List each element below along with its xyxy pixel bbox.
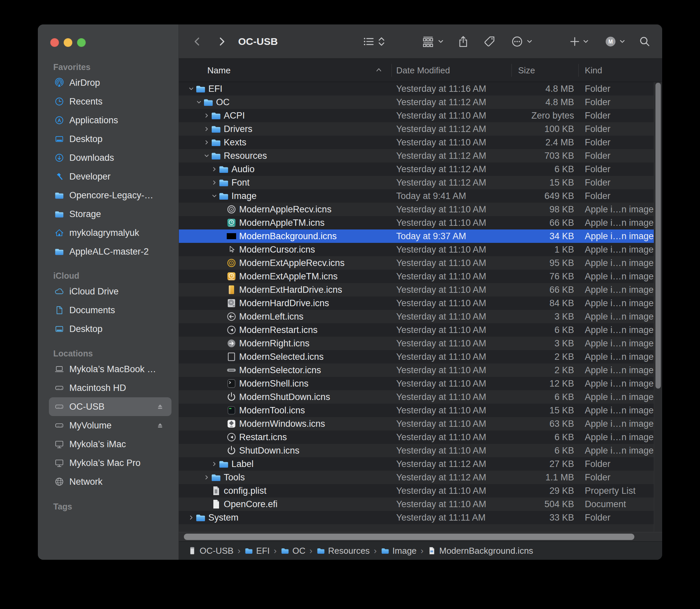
file-row[interactable]: LabelYesterday at 11:12 AM27 KBFolder <box>179 457 654 471</box>
sidebar-item-mykola-s-mac-pro[interactable]: Mykola’s Mac Pro <box>49 454 172 472</box>
sidebar-item-downloads[interactable]: Downloads <box>49 149 172 167</box>
file-row[interactable]: EFIYesterday at 11:16 AM4.8 MBFolder <box>179 82 654 95</box>
disclosure-closed-icon[interactable] <box>203 471 211 484</box>
column-divider[interactable] <box>578 64 579 77</box>
group-by-icon[interactable] <box>421 35 435 48</box>
file-row[interactable]: config.plistYesterday at 11:10 AM29 KBPr… <box>179 484 654 498</box>
back-button[interactable] <box>191 35 203 48</box>
path-item[interactable]: ModernBackground.icns <box>427 546 533 556</box>
disclosure-open-icon[interactable] <box>203 149 211 162</box>
more-actions-icon[interactable] <box>511 35 524 48</box>
disclosure-open-icon[interactable] <box>195 95 203 109</box>
file-row[interactable]: ModernRight.icnsYesterday at 11:10 AM3 K… <box>179 337 654 350</box>
file-row[interactable]: AudioYesterday at 11:12 AM6 KBFolder <box>179 162 654 176</box>
sidebar-item-oc-usb[interactable]: OC-USB <box>49 397 172 416</box>
file-row[interactable]: OpenCore.efiYesterday at 11:10 AM504 KBD… <box>179 498 654 511</box>
disclosure-closed-icon[interactable] <box>203 136 211 149</box>
file-row[interactable]: ModernHardDrive.icnsYesterday at 11:10 A… <box>179 296 654 310</box>
file-row[interactable]: ModernWindows.icnsYesterday at 11:10 AM6… <box>179 417 654 431</box>
eject-icon[interactable] <box>155 402 165 412</box>
list-view-icon[interactable] <box>362 35 375 48</box>
file-row[interactable]: ModernShutDown.icnsYesterday at 11:10 AM… <box>179 390 654 404</box>
disclosure-closed-icon[interactable] <box>187 511 195 524</box>
sidebar-item-desktop[interactable]: Desktop <box>49 129 172 149</box>
file-row[interactable]: ModernRestart.icnsYesterday at 11:10 AM6… <box>179 323 654 337</box>
path-item[interactable]: Image <box>381 546 417 556</box>
sidebar-item-airdrop[interactable]: AirDrop <box>49 73 172 92</box>
file-row[interactable]: ModernCursor.icnsYesterday at 11:10 AM1 … <box>179 243 654 256</box>
horizontal-scrollbar-thumb[interactable] <box>184 534 634 540</box>
file-row[interactable]: ModernSelected.icnsYesterday at 11:10 AM… <box>179 350 654 363</box>
file-row[interactable]: ShutDown.icnsYesterday at 11:10 AM6 KBAp… <box>179 444 654 457</box>
more-actions-chevron-icon[interactable] <box>526 38 533 45</box>
column-header-size[interactable]: Size <box>518 58 535 82</box>
vertical-scrollbar[interactable] <box>654 82 662 532</box>
sidebar-item-applealc-master-2[interactable]: AppleALC-master-2 <box>49 242 172 261</box>
sidebar-item-desktop[interactable]: Desktop <box>49 319 172 338</box>
sidebar-item-mykola-s-macbook-pro[interactable]: Mykola’s MacBook Pro <box>49 360 172 379</box>
file-row[interactable]: ImageToday at 9:41 AM649 KBFolder <box>179 189 654 203</box>
sidebar-item-recents[interactable]: Recents <box>49 92 172 111</box>
file-row[interactable]: DriversYesterday at 11:12 AM100 KBFolder <box>179 122 654 136</box>
file-row[interactable]: ModernExtHardDrive.icnsYesterday at 11:1… <box>179 283 654 296</box>
group-by-chevron-icon[interactable] <box>437 38 444 45</box>
column-divider[interactable] <box>511 64 512 77</box>
file-row[interactable]: ACPIYesterday at 11:10 AMZero bytesFolde… <box>179 109 654 122</box>
eject-icon[interactable] <box>155 420 165 431</box>
sidebar-item-network[interactable]: Network <box>49 472 172 491</box>
file-row[interactable]: FontYesterday at 11:12 AM15 KBFolder <box>179 176 654 189</box>
column-header-name[interactable]: Name <box>207 58 230 82</box>
disclosure-closed-icon[interactable] <box>210 457 218 471</box>
disclosure-open-icon[interactable] <box>210 189 218 203</box>
column-header-date[interactable]: Date Modified <box>396 58 450 82</box>
column-divider[interactable] <box>391 64 392 77</box>
user-avatar[interactable]: M <box>605 35 617 48</box>
file-row[interactable]: OCYesterday at 11:12 AM4.8 MBFolder <box>179 95 654 109</box>
sidebar-item-mykolagrymalyuk[interactable]: mykolagrymalyuk <box>49 223 172 242</box>
path-item[interactable]: Resources <box>316 546 370 556</box>
file-row[interactable]: ToolsYesterday at 11:12 AM1.1 MBFolder <box>179 471 654 484</box>
user-chevron-icon[interactable] <box>619 38 626 45</box>
file-row[interactable]: ModernShell.icnsYesterday at 11:10 AM12 … <box>179 377 654 390</box>
file-row[interactable]: ModernTool.icnsYesterday at 11:10 AM15 K… <box>179 404 654 417</box>
path-item[interactable]: EFI <box>245 546 269 556</box>
file-row[interactable]: ModernExtAppleTM.icnsYesterday at 11:10 … <box>179 269 654 283</box>
disclosure-closed-icon[interactable] <box>203 109 211 122</box>
tags-icon[interactable] <box>483 35 496 48</box>
file-row[interactable]: ModernBackground.icnsToday at 9:37 AM34 … <box>179 229 654 243</box>
sidebar-item-documents[interactable]: Documents <box>49 301 172 319</box>
sidebar-item-myvolume[interactable]: MyVolume <box>49 416 172 435</box>
search-icon[interactable] <box>639 35 651 48</box>
sidebar-item-developer[interactable]: Developer <box>49 167 172 186</box>
close-button[interactable] <box>50 38 59 47</box>
share-icon[interactable] <box>457 35 470 48</box>
file-row[interactable]: ModernExtAppleRecv.icnsYesterday at 11:1… <box>179 256 654 269</box>
sidebar-item-mykola-s-imac[interactable]: Mykola’s iMac <box>49 435 172 454</box>
sidebar-item-icloud-drive[interactable]: iCloud Drive <box>49 282 172 301</box>
sidebar-item-storage[interactable]: Storage <box>49 205 172 223</box>
view-mode-chevrons-icon[interactable] <box>377 36 386 47</box>
zoom-button[interactable] <box>77 38 86 47</box>
file-row[interactable]: ResourcesYesterday at 11:12 AM703 KBFold… <box>179 149 654 162</box>
vertical-scrollbar-thumb[interactable] <box>655 83 661 388</box>
sidebar-item-opencore-legacy-pat-[interactable]: Opencore-Legacy-Pat... <box>49 186 172 205</box>
path-item[interactable]: OC-USB <box>188 546 233 556</box>
disclosure-closed-icon[interactable] <box>210 176 218 189</box>
path-item[interactable]: OC <box>281 546 305 556</box>
minimize-button[interactable] <box>64 38 72 47</box>
disclosure-open-icon[interactable] <box>187 82 195 95</box>
file-row[interactable]: ModernLeft.icnsYesterday at 11:10 AM3 KB… <box>179 310 654 323</box>
file-row[interactable]: ModernAppleRecv.icnsYesterday at 11:10 A… <box>179 203 654 216</box>
sidebar-item-applications[interactable]: Applications <box>49 111 172 129</box>
horizontal-scrollbar[interactable] <box>179 532 662 541</box>
file-row[interactable]: Restart.icnsYesterday at 11:10 AM6 KBApp… <box>179 431 654 444</box>
column-header-kind[interactable]: Kind <box>585 58 602 82</box>
disclosure-closed-icon[interactable] <box>210 162 218 176</box>
file-row[interactable]: ModernAppleTM.icnsYesterday at 11:10 AM6… <box>179 216 654 229</box>
sidebar-item-macintosh-hd[interactable]: Macintosh HD <box>49 379 172 397</box>
new-item-icon[interactable] <box>569 36 580 47</box>
file-row[interactable]: ModernSelector.icnsYesterday at 11:10 AM… <box>179 363 654 377</box>
forward-button[interactable] <box>216 35 228 48</box>
file-row[interactable]: KextsYesterday at 11:10 AM2.4 MBFolder <box>179 136 654 149</box>
file-row[interactable]: SystemYesterday at 11:11 AM33 KBFolder <box>179 511 654 524</box>
